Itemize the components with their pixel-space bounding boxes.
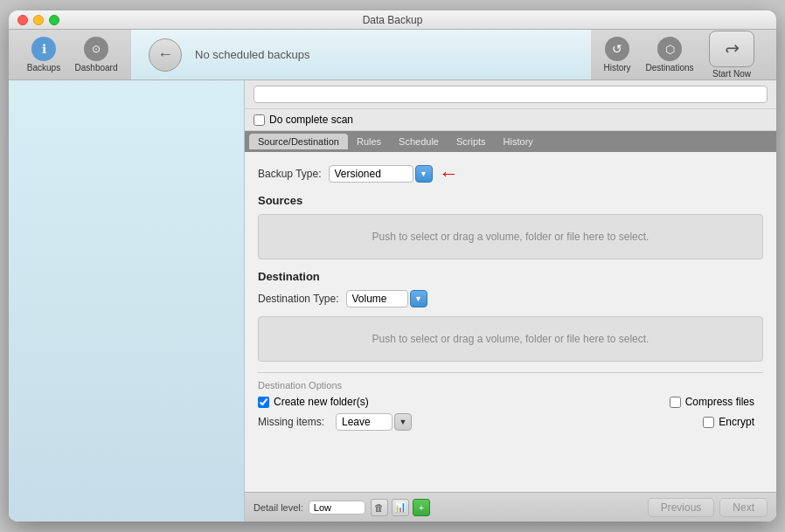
destinations-label: Destinations	[645, 63, 693, 73]
backup-type-wrapper: Versioned Synchronize Clone ▼	[329, 165, 433, 183]
bottom-left: Detail level: Low Medium High 🗑 📊 +	[254, 499, 430, 516]
destination-type-select[interactable]: Volume Folder	[346, 290, 408, 307]
destination-type-row: Destination Type: Volume Folder ▼	[258, 290, 763, 307]
add-icon-btn[interactable]: +	[413, 499, 430, 516]
detail-level-select[interactable]: Low Medium High	[309, 501, 365, 515]
toolbar: ℹ Backups ⊙ Dashboard ← No scheduled bac…	[9, 30, 776, 80]
missing-items-select-btn[interactable]: ▼	[394, 413, 412, 431]
tab-rules[interactable]: Rules	[348, 134, 390, 149]
backups-label: Backups	[27, 63, 60, 73]
detail-level-label: Detail level:	[254, 502, 303, 513]
no-scheduled-text: No scheduled backups	[195, 48, 310, 61]
tab-history[interactable]: History	[495, 134, 542, 149]
missing-items-select[interactable]: Leave Delete	[336, 413, 392, 431]
backup-type-label: Backup Type:	[258, 168, 322, 180]
history-icon: ↺	[605, 37, 629, 61]
destination-type-select-btn[interactable]: ▼	[410, 290, 427, 307]
destinations-icon: ⬡	[657, 37, 682, 61]
destination-options: Destination Options Create new folder(s)…	[258, 372, 763, 431]
start-now-label: Start Now	[712, 69, 751, 79]
start-now-button[interactable]: ↩	[709, 31, 754, 67]
next-button[interactable]: Next	[719, 498, 768, 517]
dashboard-button[interactable]: ⊙ Dashboard	[70, 33, 122, 77]
form-area: Backup Type: Versioned Synchronize Clone…	[245, 152, 776, 492]
maximize-button[interactable]	[49, 15, 59, 25]
missing-items-label: Missing items:	[258, 416, 324, 428]
create-folder-label: Create new folder(s)	[274, 396, 369, 408]
backups-icon: ℹ	[31, 37, 56, 61]
history-label: History	[603, 63, 630, 73]
main-window: Data Backup ℹ Backups ⊙ Dashboard ← No s…	[9, 10, 776, 522]
scan-row: Do complete scan	[245, 109, 776, 131]
delete-icon-btn[interactable]: 🗑	[371, 499, 388, 516]
traffic-lights	[17, 15, 59, 25]
destinations-button[interactable]: ⬡ Destinations	[643, 33, 696, 77]
compress-label: Compress files	[685, 396, 754, 408]
minimize-button[interactable]	[33, 15, 44, 25]
close-button[interactable]	[17, 15, 28, 25]
backup-type-select-btn[interactable]: ▼	[415, 165, 433, 183]
bottom-icons: 🗑 📊 +	[371, 499, 430, 516]
sources-title: Sources	[258, 194, 763, 207]
main-content: Do complete scan Source/Destination Rule…	[9, 80, 776, 522]
backups-button[interactable]: ℹ Backups	[17, 33, 70, 77]
tab-schedule[interactable]: Schedule	[390, 134, 448, 149]
tab-source-destination[interactable]: Source/Destination	[249, 134, 348, 149]
tab-scripts[interactable]: Scripts	[448, 134, 495, 149]
destination-type-wrapper: Volume Folder ▼	[346, 290, 427, 307]
do-complete-scan-checkbox[interactable]	[254, 114, 265, 126]
do-complete-scan-label: Do complete scan	[269, 114, 353, 126]
missing-items-row: Missing items: Leave Delete ▼	[258, 413, 763, 431]
create-folder-checkbox[interactable]	[258, 397, 269, 408]
backup-name-input[interactable]	[254, 86, 768, 103]
destination-title: Destination	[258, 270, 763, 283]
previous-button[interactable]: Previous	[648, 498, 715, 517]
compress-checkbox[interactable]	[670, 397, 681, 408]
backup-type-row: Backup Type: Versioned Synchronize Clone…	[258, 162, 763, 185]
chart-icon-btn[interactable]: 📊	[392, 499, 409, 516]
dashboard-icon: ⊙	[84, 37, 108, 61]
bottom-right: Previous Next	[648, 498, 768, 517]
dashboard-label: Dashboard	[75, 63, 118, 73]
start-now-area: ↩ Start Now	[696, 30, 768, 79]
titlebar: Data Backup	[9, 10, 776, 30]
encrypt-checkbox[interactable]	[703, 417, 714, 428]
tab-bar: Source/Destination Rules Schedule Script…	[245, 131, 776, 152]
sources-drop-zone[interactable]: Push to select or drag a volume, folder …	[258, 214, 763, 259]
destination-drop-zone[interactable]: Push to select or drag a volume, folder …	[258, 316, 763, 362]
backup-type-select[interactable]: Versioned Synchronize Clone	[329, 165, 413, 183]
content-area: Do complete scan Source/Destination Rule…	[245, 80, 776, 522]
name-input-row	[245, 80, 776, 109]
destination-drop-text: Push to select or drag a volume, folder …	[372, 333, 650, 345]
sources-drop-text: Push to select or drag a volume, folder …	[372, 231, 650, 243]
history-button[interactable]: ↺ History	[591, 33, 643, 77]
destination-type-label: Destination Type:	[258, 293, 339, 305]
bottom-bar: Detail level: Low Medium High 🗑 📊 + Prev…	[245, 492, 776, 522]
back-area: ← No scheduled backups	[131, 30, 591, 79]
back-button[interactable]: ←	[149, 38, 182, 72]
dest-options-title: Destination Options	[258, 380, 763, 390]
sidebar	[9, 80, 245, 522]
window-title: Data Backup	[363, 14, 423, 26]
encrypt-label: Encrypt	[719, 416, 754, 428]
start-arrow-icon: ↩	[725, 38, 740, 59]
red-arrow-annotation: ←	[440, 162, 459, 185]
create-folder-row: Create new folder(s) Compress files	[258, 396, 763, 408]
